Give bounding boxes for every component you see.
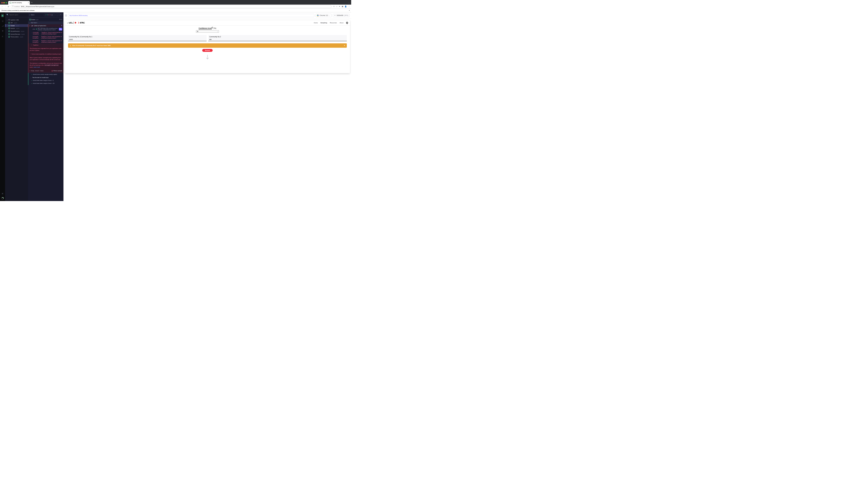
menu-item-resources[interactable]: Resources <box>330 22 337 24</box>
tests-list: ✔should show correct sample size(try aga… <box>28 73 64 85</box>
viewport-selector[interactable]: ⮓ 1000x660 (96%) <box>333 14 350 17</box>
ruler-icon: ⮓ <box>334 15 336 16</box>
exception-message: TypeError: Cannot read properties of und… <box>41 36 62 39</box>
menu-item-home[interactable]: Home <box>314 22 318 24</box>
spec-file-cluster[interactable]: Cluster.cy.jsx <box>5 24 28 27</box>
restart-button[interactable]: ↻ <box>59 14 62 16</box>
address-bar[interactable]: ⓘ localhost:3000/__/#/specs/runner?file=… <box>11 5 331 8</box>
file-name: TimeLocation <box>11 36 19 38</box>
chevron-down-button[interactable]: ⌄ <box>56 14 59 16</box>
confidence-select[interactable]: 95 ⌄ <box>196 30 219 33</box>
test-row[interactable]: ✔should alert when margin of error < 1 <box>28 79 64 82</box>
spec-file-api[interactable]: API.cy.jsx <box>5 21 28 24</box>
rail-specs-icon[interactable]: ▦ <box>1 14 4 17</box>
tree-directory[interactable]: ⌄ cypress / e2e <box>5 18 28 21</box>
log-xhr[interactable]: (xhr) GET 200 https://ifrc-sampling.azur… <box>28 27 64 31</box>
share-icon[interactable]: ⇪ <box>333 5 335 8</box>
view-stack-trace[interactable]: > View stack trace <box>30 70 43 71</box>
rail-settings-icon[interactable]: ⚙ <box>2 30 3 32</box>
exception-message: TypeError: Cannot read properties of und… <box>41 40 62 43</box>
check-icon: ✔ <box>31 74 32 75</box>
log-typeerror[interactable]: ! TypeError <box>28 43 64 46</box>
browser-selector[interactable]: Chrome 111 ⌄ <box>316 14 331 17</box>
close-window-icon[interactable] <box>1 2 3 3</box>
describe-block[interactable]: ⌄Test the alert for invalid input <box>28 76 64 79</box>
learn-more-link[interactable]: Learn more <box>33 66 40 68</box>
ifrc-crescent-icon: ☽ <box>77 22 79 24</box>
community-input-2[interactable] <box>208 38 347 41</box>
print-to-console-button[interactable]: ▣ Print to console <box>52 70 62 71</box>
community-input-1[interactable] <box>68 38 207 41</box>
file-icon <box>29 19 30 20</box>
fail-icon: ✘ <box>48 14 49 15</box>
rail-debug-icon[interactable]: ⎇ <box>2 25 4 27</box>
spec-row[interactable]: Cluster.cy.jsx 00:13 <box>28 18 64 22</box>
new-tab-button[interactable]: ＋ <box>31 1 33 4</box>
community-cell-2: Community No.2 <box>208 35 347 41</box>
maximize-window-icon[interactable] <box>5 2 7 3</box>
forward-icon[interactable]: → <box>4 5 6 8</box>
spec-file-timelocation[interactable]: TimeLocation.cy.jsx <box>5 36 28 39</box>
log-exception[interactable]: (uncaught exception) TypeError: Cannot r… <box>28 40 64 44</box>
submit-button[interactable]: Submit <box>202 49 213 52</box>
file-ext: .cy.jsx <box>16 28 19 29</box>
browser-label: Chrome 111 <box>320 15 328 16</box>
test-row[interactable]: ✔should show correct sample size(try aga… <box>28 73 64 76</box>
back-icon[interactable]: ← <box>1 5 3 8</box>
specs-sidebar: 🔍 ＋ ⌄ cypress / e2e API.cy.jsxCluster.cy… <box>5 12 28 201</box>
reload-icon[interactable]: ⟳ <box>8 5 9 8</box>
close-banner-icon[interactable]: ✕ <box>349 10 350 11</box>
kebab-menu-icon[interactable]: ⋮ <box>348 5 350 8</box>
test-row[interactable]: ✔should alert when margin of error > 20 <box>28 82 64 85</box>
confidence-unit: (%) <box>214 28 216 29</box>
cypress-logo-icon[interactable] <box>1 197 4 200</box>
terminal-icon: ▣ <box>52 70 53 71</box>
language-icon[interactable] <box>346 22 348 24</box>
log-command[interactable]: 1 get [data-cy='option-btn'] 0 <box>28 24 64 27</box>
spec-search-input[interactable] <box>9 14 30 16</box>
pass-count: 6 <box>47 14 48 15</box>
menu-item-about[interactable]: About <box>340 22 343 24</box>
alert-text: Size of community 'Community No.2' must … <box>72 45 111 46</box>
keyboard-icon[interactable]: ⌘ <box>2 193 3 195</box>
spec-ext: .cy.jsx <box>35 19 39 20</box>
xhr-text: GET 200 https://ifrc-sampling.azurewebsi… <box>38 28 58 30</box>
aut-url[interactable]: http://localhost:3000/sampling <box>68 14 315 17</box>
log-exception-group[interactable]: ⌄ (uncaught exception) TypeError: Cannot… <box>28 31 64 36</box>
test-label: Test the alert for invalid input <box>32 77 49 78</box>
spec-file-navbar[interactable]: Navbar.cy.jsx <box>5 27 28 30</box>
tabs-overflow-icon[interactable]: ⌄ <box>348 2 350 4</box>
bookmark-icon[interactable]: ☆ <box>336 5 337 8</box>
folder-icon <box>9 19 10 20</box>
log-exception[interactable]: (uncaught exception) TypeError: Cannot r… <box>28 36 64 40</box>
browser-tab[interactable]: new-ifrc-sampling ✕ <box>8 1 30 4</box>
site-info-icon[interactable]: ⓘ <box>12 5 14 8</box>
info-icon[interactable]: i <box>212 27 213 28</box>
dismiss-alert-icon[interactable]: ✕ <box>344 45 345 46</box>
file-ext: .cy.jsx <box>21 33 25 35</box>
exception-prefix: (uncaught exception) <box>33 40 40 43</box>
close-tab-icon[interactable]: ✕ <box>28 2 29 3</box>
rail-runs-icon[interactable]: ☷ <box>2 20 3 22</box>
menu-item-sampling[interactable]: Sampling <box>321 22 327 24</box>
xhr-alias-badge: no alias <box>59 28 62 31</box>
file-icon <box>9 36 10 38</box>
profile-icon[interactable]: 👤 <box>345 5 347 8</box>
minimize-window-icon[interactable] <box>3 2 4 3</box>
file-name: Cluster <box>11 25 15 26</box>
spec-duration: 00:13 <box>59 19 62 20</box>
collapse-icon[interactable]: ≡ <box>29 14 30 15</box>
spec-file-systemrandom[interactable]: SystemRandom.cy.jsx <box>5 33 28 36</box>
community-inputs: Community No.1Community No.1Community No… <box>67 33 348 42</box>
test-body-header[interactable]: ⌄TEST BODY <box>28 22 64 24</box>
extensions-icon[interactable]: ✦ <box>339 5 340 8</box>
xhr-prefix: (xhr) <box>33 28 35 30</box>
chevron-down-icon: ⌄ <box>31 32 32 34</box>
selector-playground-icon[interactable] <box>65 15 67 16</box>
rail-gear-icon[interactable]: ⛭ <box>2 36 3 38</box>
side-panel-icon[interactable]: ▣ <box>342 5 343 8</box>
test-body-label: TEST BODY <box>31 22 37 24</box>
browser-toolbar: ← → ⟳ ⓘ localhost:3000/__/#/specs/runner… <box>0 4 351 9</box>
check-icon: ✔ <box>31 83 32 84</box>
spec-file-simplerandom[interactable]: SimpleRandom.cy.jsx <box>5 30 28 33</box>
